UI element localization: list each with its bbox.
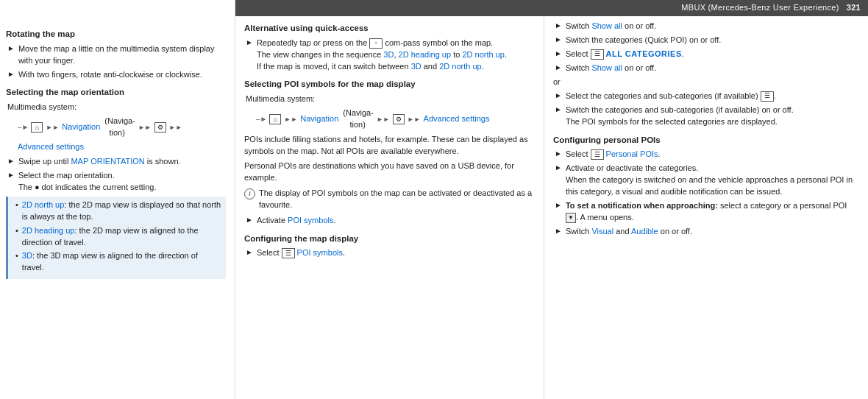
audible-link[interactable]: Audible: [631, 227, 658, 236]
arrow-icon-7: ►: [246, 247, 253, 259]
notification-bold: To set a notification when approaching:: [566, 201, 718, 210]
visual-audible-item: ► Switch Visual and Audible on or off.: [553, 226, 859, 238]
advanced-settings-link-2[interactable]: Advanced settings: [424, 113, 490, 125]
visual-link[interactable]: Visual: [591, 227, 613, 236]
poi-symbols-link-1[interactable]: POI symbols: [288, 216, 333, 225]
arrow-icon-11: ►: [555, 63, 562, 74]
poi-symbols-heading: Selecting POI symbols for the map displa…: [244, 78, 535, 91]
select-orientation-item: ► Select the map orientation.The ● dot i…: [6, 170, 226, 194]
2d-north-link-3[interactable]: 2D north up: [439, 62, 481, 71]
2d-heading-up-link[interactable]: 2D heading up: [22, 226, 75, 235]
advanced-settings-link-1[interactable]: Advanced settings: [18, 141, 84, 153]
arrow-icon-4: ►: [7, 170, 15, 194]
3d-link[interactable]: 3D: [22, 251, 32, 260]
arrow-icon-1: ►: [7, 43, 15, 67]
multimedia-label-2: Multimedia system:: [244, 93, 535, 105]
right-column: ► Switch Show all on or off. ► Switch th…: [544, 0, 868, 399]
poi-symbols-link-2[interactable]: POI symbols: [297, 248, 343, 257]
sub-bullets-box: • 2D north up: the 2D map view is displa…: [6, 197, 226, 280]
nav-arrow-5: ►►: [377, 115, 390, 124]
menu-icon-2: ☰: [591, 49, 604, 60]
poi-body-1: POIs include filling stations and hotels…: [244, 134, 535, 158]
header-title: MBUX (Mercedes-Benz User Experience): [681, 3, 839, 12]
arrow-icon-6: ►: [246, 215, 253, 227]
info-icon: i: [244, 188, 255, 200]
poi-body-2: Personal POIs are destinations which you…: [244, 160, 535, 184]
arrow-icon-3: ►: [7, 156, 15, 168]
home-icon-2: ⌂: [269, 114, 281, 124]
configuring-map-heading: Configuring the map display: [244, 233, 535, 245]
arrow-icon-15: ►: [555, 163, 562, 198]
quick-access-item: ► Repeatedly tap or press on the ◦ com-p…: [244, 38, 535, 73]
gear-icon-2: ⚙: [393, 114, 405, 124]
arrow-icon-16: ►: [555, 200, 562, 224]
navigation-link-2[interactable]: Navigation: [300, 113, 338, 125]
info-box: i The display of POI symbols on the map …: [244, 188, 535, 211]
arrow-icon-12: ►: [555, 91, 562, 102]
3d-link-3[interactable]: 3D: [411, 62, 421, 71]
nav-arrow-3: ►►: [169, 123, 182, 133]
arrow-icon-14: ►: [555, 149, 562, 160]
select-categories-item: ► Select ☰ ALL CATEGORIES.: [553, 49, 859, 60]
nav-arrow-1: ►►: [46, 123, 59, 133]
2d-north-link-2[interactable]: 2D north up: [462, 50, 504, 59]
nav-arrow-4: ►►: [284, 115, 297, 124]
menu-icon: ☰: [282, 248, 295, 258]
left-column: Rotating the map ► Move the map a little…: [0, 0, 235, 399]
nav-arrow-6: ►►: [408, 115, 421, 124]
arrow-icon-17: ►: [555, 226, 562, 238]
page-number: 321: [847, 3, 861, 12]
sub-bullet-3: • 3D: the 3D map view is aligned to the …: [13, 250, 221, 274]
arrow-icon-13: ►: [555, 105, 562, 128]
page-container: MBUX (Mercedes-Benz User Experience) 321…: [0, 0, 868, 399]
rotating-map-heading: Rotating the map: [6, 28, 226, 40]
header-bar: MBUX (Mercedes-Benz User Experience) 321: [235, 0, 868, 16]
personal-pois-link[interactable]: Personal POIs: [606, 149, 658, 158]
notification-item: ► To set a notification when approaching…: [553, 200, 859, 224]
nav-arrow-2: ►►: [138, 123, 152, 133]
nav-path-1: –► ⌂ ►► Navigation (Naviga- tion) ►► ⚙ ►…: [6, 116, 226, 153]
2d-north-up-link[interactable]: 2D north up: [22, 200, 64, 209]
dot-icon-2: •: [15, 225, 18, 249]
select-poi-item: ► Select ☰ POI symbols.: [244, 247, 535, 259]
arrow-icon-2: ►: [7, 69, 15, 81]
map-orientation-link[interactable]: MAP ORIENTATION: [71, 157, 144, 166]
dropdown-icon: ▼: [566, 213, 576, 223]
show-all-link-1[interactable]: Show all: [591, 21, 622, 30]
map-orientation-heading: Selecting the map orientation: [6, 86, 226, 99]
activate-categories-item: ► Activate or deactivate the categories.…: [553, 163, 859, 198]
show-all-item-2: ► Switch Show all on or off.: [553, 63, 859, 74]
nav-dash-icon: –►: [18, 122, 29, 133]
dot-icon-1: •: [15, 200, 18, 223]
nav-dash-icon-2: –►: [256, 114, 267, 125]
middle-column: Alternative using quick-access ► Repeate…: [235, 0, 544, 399]
quick-access-heading: Alternative using quick-access: [244, 22, 535, 35]
swipe-item: ► Swipe up until MAP ORIENTATION is show…: [6, 156, 226, 168]
arrow-icon-8: ►: [555, 21, 562, 32]
info-text: The display of POI symbols on the map ca…: [259, 188, 535, 211]
navigation-link-1[interactable]: Navigation: [62, 121, 100, 133]
or-text: or: [553, 77, 859, 88]
multimedia-label-1: Multimedia system:: [6, 102, 226, 113]
gear-icon-1: ⚙: [154, 122, 166, 133]
2d-heading-link-2[interactable]: 2D heading up: [399, 50, 452, 59]
arrow-icon-9: ►: [555, 35, 562, 46]
categories-subcategories-item-1: ► Select the categories and sub-categori…: [553, 91, 859, 102]
show-all-link-2[interactable]: Show all: [591, 63, 622, 72]
rotate-item-2: ► With two fingers, rotate anti-clockwis…: [6, 69, 226, 81]
show-all-item-1: ► Switch Show all on or off.: [553, 21, 859, 32]
activate-item: ► Activate POI symbols.: [244, 215, 535, 227]
sub-menu-icon: ☰: [761, 91, 774, 102]
home-icon: ⌂: [31, 122, 43, 133]
personal-poi-icon: ☰: [591, 149, 604, 160]
rotate-item-1: ► Move the map a little on the multimedi…: [6, 43, 226, 67]
3d-link-2[interactable]: 3D: [383, 50, 394, 59]
quick-poi-item: ► Switch the categories (Quick POI) on o…: [553, 35, 859, 46]
all-categories-link[interactable]: ALL CATEGORIES: [606, 49, 682, 58]
personal-pois-heading: Configuring personal POIs: [553, 134, 859, 146]
arrow-icon-10: ►: [555, 49, 562, 60]
sub-bullet-2: • 2D heading up: the 2D map view is alig…: [13, 225, 221, 249]
sub-bullet-1: • 2D north up: the 2D map view is displa…: [13, 200, 221, 223]
arrow-icon-5: ►: [246, 38, 253, 73]
nav-path-2: –► ⌂ ►► Navigation (Naviga- tion) ►► ⚙ ►…: [244, 107, 535, 131]
